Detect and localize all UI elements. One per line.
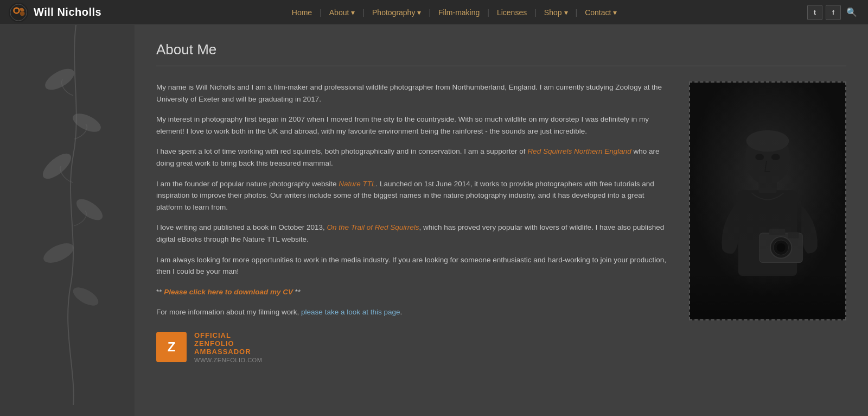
nav-menu: Home | About ▾ | Photography ▾ | Film-ma… — [101, 8, 807, 17]
nav-logo-area: Will Nicholls — [9, 3, 101, 22]
nav-photography[interactable]: Photography ▾ — [365, 8, 429, 17]
svg-point-4 — [42, 65, 78, 94]
content-grid: My name is Will Nicholls and I am a film… — [156, 81, 846, 363]
svg-point-5 — [70, 110, 104, 135]
cv-line: ** Please click here to download my CV *… — [156, 286, 673, 298]
photo-placeholder — [690, 83, 845, 319]
svg-point-2 — [15, 8, 18, 12]
cv-download-link[interactable]: Please click here to download my CV — [164, 288, 293, 296]
svg-rect-24 — [690, 83, 845, 319]
photo-column — [689, 81, 846, 320]
site-name-text: Will Nicholls — [34, 6, 101, 18]
title-divider — [156, 66, 846, 66]
main-content: About Me My name is Will Nicholls and I … — [135, 25, 868, 416]
nature-ttl-link[interactable]: Nature TTL — [339, 180, 375, 188]
navbar: Will Nicholls Home | About ▾ | Photograp… — [0, 0, 868, 25]
svg-point-7 — [73, 195, 106, 224]
red-squirrels-link[interactable]: Red Squirrels Northern England — [527, 147, 631, 155]
zenfolio-text: OFFICIAL ZENFOLIO AMBASSADOR WWW.ZENFOLI… — [194, 331, 262, 363]
paragraph-5: I love writing and published a book in O… — [156, 222, 673, 245]
svg-point-6 — [39, 149, 75, 184]
book-link[interactable]: On the Trail of Red Squirrels — [327, 223, 419, 231]
svg-point-3 — [20, 11, 25, 16]
about-text-column: My name is Will Nicholls and I am a film… — [156, 81, 673, 363]
paragraph-6: I am always looking for more opportuniti… — [156, 254, 673, 278]
nav-licenses[interactable]: Licenses — [489, 8, 534, 17]
nav-about[interactable]: About ▾ — [322, 8, 363, 17]
filming-line: For more information about my filming wo… — [156, 306, 673, 318]
nav-social: t f 🔍 — [807, 5, 859, 20]
sidebar — [0, 25, 135, 416]
paragraph-1: My name is Will Nicholls and I am a film… — [156, 81, 673, 105]
facebook-button[interactable]: f — [826, 5, 841, 20]
page-title: About Me — [156, 41, 846, 58]
zenfolio-name: ZENFOLIO — [194, 339, 262, 348]
zenfolio-ambassador: AMBASSADOR — [194, 348, 262, 356]
filming-page-link[interactable]: please take a look at this page — [301, 308, 400, 316]
nav-shop[interactable]: Shop ▾ — [537, 8, 576, 17]
paragraph-3: I have spent a lot of time working with … — [156, 146, 673, 169]
nav-home[interactable]: Home — [284, 8, 320, 17]
svg-point-8 — [41, 239, 76, 267]
twitter-button[interactable]: t — [807, 5, 822, 20]
zenfolio-official: OFFICIAL — [194, 331, 262, 339]
nav-filmmaking[interactable]: Film-making — [431, 8, 487, 17]
zenfolio-z-logo: Z — [156, 332, 187, 362]
zenfolio-badge: Z OFFICIAL ZENFOLIO AMBASSADOR WWW.ZENFO… — [156, 331, 673, 363]
site-logo[interactable] — [9, 3, 28, 22]
page-wrapper: About Me My name is Will Nicholls and I … — [0, 25, 868, 416]
search-button[interactable]: 🔍 — [844, 7, 859, 17]
paragraph-2: My interest in photography first began i… — [156, 114, 673, 137]
nav-contact[interactable]: Contact ▾ — [577, 8, 624, 17]
vine-decoration — [22, 25, 130, 405]
zenfolio-url: WWW.ZENFOLIO.COM — [194, 357, 262, 363]
profile-photo — [689, 81, 846, 320]
svg-point-9 — [70, 284, 101, 310]
paragraph-4: I am the founder of popular nature photo… — [156, 178, 673, 213]
